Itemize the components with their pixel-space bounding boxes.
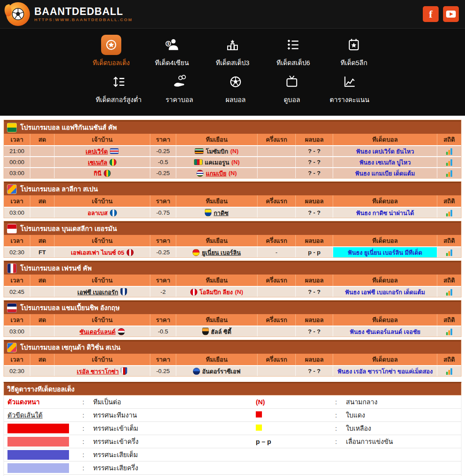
home-team-name[interactable]: กินี (94, 168, 101, 178)
away-team-name[interactable]: โอลิมปิก ลียง (200, 287, 233, 297)
legend-card-swatch (256, 425, 262, 431)
nav-item-step3[interactable]: ทีเด็ดสเต็ป3 (214, 35, 251, 68)
column-header: ราคา (150, 354, 176, 365)
column-header: ทีเด็ดบอล (333, 235, 437, 246)
column-header: ทีมเยือน (176, 235, 258, 246)
column-header: ผลบอล (296, 134, 333, 145)
nav-item-step6[interactable]: ทีเด็ดสเต็ป6 (275, 35, 312, 68)
home-team-cell: เอฟเอสเฟา ไมนซ์ 05 (54, 246, 150, 257)
tip-link[interactable]: ฟันธง แกมเบีย เด็ดแต้ม (333, 168, 437, 178)
home-team-name[interactable]: เอฟซี เบอเกอรัก (77, 287, 118, 297)
away-team-name[interactable]: ฮัลล์ ซิตี้ (211, 327, 231, 337)
stats-bars-icon[interactable] (446, 159, 452, 166)
legend-description-2: สนามกลาง (346, 397, 458, 407)
legend-colon: : (73, 425, 93, 432)
neutral-venue-flag: (N) (232, 159, 240, 165)
table-header-row: เวลาสดเจ้าบ้านราคาทีมเยือนครึ่งแรกผลบอลท… (4, 134, 461, 145)
column-header: ครึ่งแรก (258, 195, 296, 207)
league-title: โปรแกรมบอล เซกุนด้า ดิวิชั่น สเปน (20, 342, 120, 353)
home-team-name[interactable]: เคปเวิร์ด (86, 146, 108, 156)
legend-colon: : (73, 438, 93, 445)
home-team-name[interactable]: อลาเบส (87, 208, 107, 218)
tip-link[interactable]: ฟันธง เอฟซี เบอเกอรัก เด็ดแต้ม (333, 287, 437, 297)
nav-item-over-under[interactable]: ทีเด็ดสกอร์สูงต่ำ (96, 72, 142, 105)
table-header-row: เวลาสดเจ้าบ้านราคาทีมเยือนครึ่งแรกผลบอลท… (4, 354, 461, 365)
nav-item-odds[interactable]: ราคาบอล (161, 72, 198, 105)
away-team-name[interactable]: แคเมอรูน (205, 157, 229, 167)
column-header: เวลา (4, 235, 30, 246)
stats-bars-icon[interactable] (446, 368, 452, 375)
handicap-price: -0.5 (150, 326, 176, 337)
column-header: ทีเด็ดบอล (333, 195, 437, 207)
away-team-name[interactable]: กาดิซ (214, 208, 229, 218)
tip-link[interactable]: ฟันธง เคปเวิร์ด ยันไหว (333, 146, 437, 156)
calendar-star-icon (344, 35, 364, 55)
home-team-name[interactable]: เอฟเอสเฟา ไมนซ์ 05 (71, 248, 124, 257)
home-team-name[interactable]: เรอัล ซาราโกซ่า (77, 366, 119, 376)
first-half-score (258, 167, 296, 178)
home-team-name[interactable]: ซันเดอร์แลนด์ (80, 327, 116, 337)
league-title: โปรแกรมบอล เฟรนซ์ คัพ (20, 263, 92, 274)
youtube-icon[interactable] (443, 6, 459, 22)
handicap-price: -0.75 (150, 207, 176, 218)
league-section: โปรแกรมบอล แอฟริกันเนชันส์ คัพเวลาสดเจ้า… (4, 120, 461, 179)
full-time-score: ? - ? (296, 286, 333, 297)
stats-bars-icon[interactable] (446, 289, 452, 296)
legend-colon: : (73, 398, 93, 406)
legend-description: ทรรศนะทีมงาน (93, 410, 256, 421)
legend-colon: : (326, 438, 346, 445)
home-team-name[interactable]: เซเนกัล (88, 157, 107, 167)
stats-cell (437, 167, 461, 178)
stats-bars-icon[interactable] (446, 170, 452, 177)
first-half-score (258, 286, 296, 297)
tip-link[interactable]: ฟันธง เซเนกัล บู่ไหว (333, 157, 437, 167)
table-header-row: เวลาสดเจ้าบ้านราคาทีมเยือนครึ่งแรกผลบอลท… (4, 275, 461, 286)
tip-link[interactable]: ฟันธง ซันเดอร์แลนด์ เจอชัย (333, 326, 437, 337)
legend-colon: : (326, 425, 346, 432)
expert-icon: $ (162, 35, 182, 55)
stats-bars-icon[interactable] (446, 209, 452, 216)
nav-item-watch[interactable]: ดูบอล (273, 72, 310, 105)
home-team-crest-icon (110, 148, 119, 154)
away-team-name[interactable]: โมซัมบิก (206, 146, 228, 156)
legend-rows: ตัวแดงหนา:ทีมเป็นต่อ(N):สนามกลางตัวขีดเส… (4, 395, 461, 476)
nav-item-standings[interactable]: ตารางคะแนน (330, 72, 369, 105)
stats-bars-icon[interactable] (446, 148, 452, 155)
match-row: 03:00อลาเบส-0.75กาดิซ? - ?ฟันธง กาดิซ น่… (4, 207, 461, 218)
stats-bars-icon[interactable] (446, 249, 452, 256)
brand[interactable]: BAANTDEDBALL HTTPS:WWW.BAANTDEDBALL.COM (6, 2, 133, 26)
match-row: 02:30เรอัล ซาราโกซ่า-0.25อันดอร์ราซีเอฟ?… (4, 365, 461, 376)
tip-link[interactable]: ฟันธง กาดิซ น่าผ่านได้ (333, 208, 437, 218)
away-team-cell: แคเมอรูน(N) (176, 156, 258, 167)
away-team-name[interactable]: แกมเบีย (206, 168, 226, 178)
column-header: ครึ่งแรก (258, 354, 296, 365)
facebook-icon[interactable]: f (423, 6, 439, 22)
step-list-icon (283, 35, 303, 55)
handicap-price: -0.25 (150, 145, 176, 156)
neutral-venue-flag: (N) (229, 170, 237, 176)
nav-item-4-experts[interactable]: $ ทีเด็ด4เซียน (153, 35, 190, 68)
nav-item-5-leagues[interactable]: ทีเด็ด5ลีก (335, 35, 372, 68)
nav-item-single-tips[interactable]: ทีเด็ดบอลเต็ง (93, 35, 130, 68)
tip-link[interactable]: ฟันธง ยูเนี่ยน เบอร์ลิน มีทีเด็ด (333, 247, 437, 257)
league-section: โปรแกรมบอล เซกุนด้า ดิวิชั่น สเปนเวลาสดเ… (4, 340, 461, 377)
column-header: ทีมเยือน (176, 314, 258, 326)
legend-description-2: ใบเหลือง (346, 423, 458, 434)
away-team-name[interactable]: ยูเนี่ยน เบอร์ลิน (202, 248, 241, 257)
full-time-score: ? - ? (296, 156, 333, 167)
column-header: สถิติ (437, 195, 461, 207)
stats-cell (437, 207, 461, 218)
tip-link[interactable]: ฟันธง เรอัล ซาราโกซ่า ขอแค่เม็ดสอง (333, 366, 437, 376)
full-time-score: p - p (296, 246, 333, 257)
legend-description-2: เลื่อนการแข่งขัน (346, 436, 458, 447)
away-team-cell: แกมเบีย(N) (176, 167, 258, 178)
stats-bars-icon[interactable] (446, 328, 452, 335)
handicap-price: -2 (150, 286, 176, 297)
nav-label: ผลบอล (225, 95, 246, 105)
home-team-crest-icon (127, 249, 134, 256)
away-team-name[interactable]: อันดอร์ราซีเอฟ (202, 366, 241, 376)
tip-cell: ฟันธง ซันเดอร์แลนด์ เจอชัย (333, 326, 437, 337)
league-section: โปรแกรมบอล ลาลีกา สเปนเวลาสดเจ้าบ้านราคา… (4, 181, 461, 218)
nav-item-results[interactable]: ผลบอล (217, 72, 254, 105)
match-time: 21:00 (4, 145, 30, 156)
